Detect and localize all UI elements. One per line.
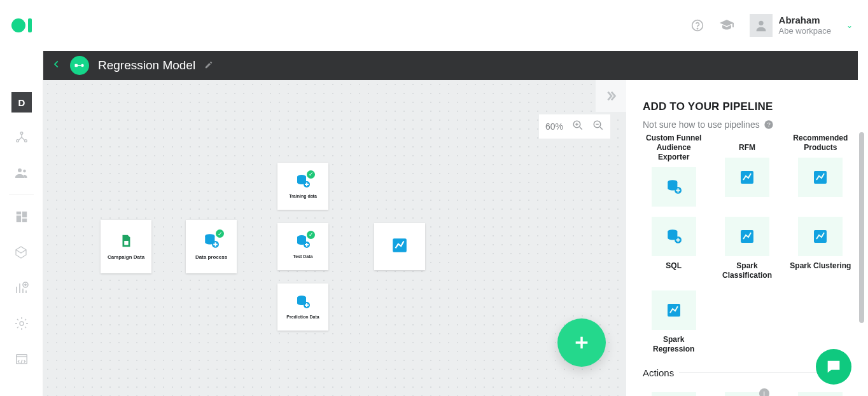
zoom-in-icon[interactable] bbox=[572, 119, 584, 133]
action-tile-facebook[interactable] bbox=[790, 392, 851, 396]
database-plus-icon bbox=[295, 294, 311, 312]
chart-icon bbox=[725, 217, 769, 256]
node-label: Prediction Data bbox=[286, 315, 319, 320]
tile-custom-funnel[interactable]: Custom Funnel Audience Exporter bbox=[643, 133, 704, 207]
rail-nav-7[interactable] bbox=[0, 341, 43, 377]
add-node-fab[interactable] bbox=[557, 318, 606, 367]
status-ok-icon: ✓ bbox=[307, 231, 315, 239]
node-data-process[interactable]: ✓ Data process bbox=[186, 220, 237, 273]
svg-rect-10 bbox=[17, 215, 21, 222]
svg-point-13 bbox=[20, 322, 24, 325]
svg-point-4 bbox=[17, 140, 19, 142]
rail-nav-1[interactable] bbox=[0, 119, 43, 155]
status-ok-icon: ✓ bbox=[216, 229, 224, 238]
tile-label: Custom Funnel Audience Exporter bbox=[643, 133, 704, 162]
tile-spark-classification[interactable]: Spark Classification bbox=[716, 217, 778, 280]
node-label: Training data bbox=[289, 194, 317, 199]
pipeline-icon bbox=[70, 56, 89, 75]
status-ok-icon: ✓ bbox=[307, 170, 315, 179]
tile-rfm[interactable]: RFM bbox=[716, 133, 778, 207]
info-badge-icon: i bbox=[759, 388, 769, 396]
chart-icon bbox=[798, 217, 843, 256]
user-menu[interactable]: Abraham Abe workpace ⌄ bbox=[750, 14, 853, 37]
tile-label: Spark Classification bbox=[716, 261, 778, 280]
node-label: Data process bbox=[195, 254, 227, 260]
node-output-chart[interactable] bbox=[374, 223, 425, 270]
workspace-name: Abe workpace bbox=[779, 26, 831, 36]
tile-label: RFM bbox=[739, 133, 755, 153]
zoom-out-icon[interactable] bbox=[592, 119, 604, 133]
collapse-panel-icon[interactable] bbox=[596, 80, 626, 112]
help-icon: ? bbox=[764, 119, 774, 130]
svg-point-6 bbox=[18, 168, 22, 172]
chat-launcher[interactable] bbox=[816, 349, 851, 385]
zoom-control: 60% bbox=[539, 114, 610, 139]
database-plus-icon: ✓ bbox=[295, 174, 311, 191]
node-training-data[interactable]: ✓ Training data bbox=[277, 163, 328, 210]
tile-label: Spark Clustering bbox=[790, 261, 851, 271]
pipeline-wires bbox=[43, 80, 234, 175]
svg-point-5 bbox=[25, 140, 27, 142]
tile-label: SQL bbox=[666, 261, 682, 271]
zoom-value: 60% bbox=[545, 121, 563, 132]
avatar bbox=[750, 14, 773, 37]
node-label: Test Data bbox=[293, 254, 313, 259]
svg-rect-8 bbox=[17, 212, 21, 215]
tile-recommended-products[interactable]: Recommended Products bbox=[790, 133, 851, 207]
page-title: Regression Model bbox=[98, 58, 195, 72]
svg-rect-9 bbox=[22, 212, 27, 217]
facebook-icon bbox=[798, 392, 843, 396]
database-plus-icon: ✓ bbox=[295, 234, 311, 252]
tile-label: Spark Regression bbox=[643, 335, 704, 354]
chart-icon bbox=[652, 290, 696, 330]
app-logo[interactable] bbox=[11, 18, 32, 32]
chevron-down-icon[interactable]: ⌄ bbox=[846, 21, 853, 30]
svg-point-16 bbox=[81, 64, 84, 67]
node-campaign-data[interactable]: Campaign Data bbox=[101, 220, 151, 273]
tile-spark-regression[interactable]: Spark Regression bbox=[643, 290, 704, 354]
panel-title: ADD TO YOUR PIPELINE bbox=[643, 100, 851, 113]
project-badge[interactable]: D bbox=[11, 92, 32, 113]
panel-scrollbar[interactable] bbox=[859, 132, 864, 323]
left-rail: D bbox=[0, 51, 43, 396]
action-tile-grid[interactable]: i bbox=[716, 392, 778, 396]
node-test-data[interactable]: ✓ Test Data bbox=[277, 223, 328, 270]
rail-nav-6[interactable] bbox=[0, 306, 43, 341]
svg-rect-11 bbox=[22, 219, 27, 222]
svg-point-1 bbox=[697, 28, 697, 29]
title-strip: Regression Model bbox=[43, 51, 858, 80]
node-label: Campaign Data bbox=[108, 254, 144, 260]
database-plus-icon bbox=[652, 167, 696, 207]
svg-text:?: ? bbox=[767, 121, 770, 128]
topbar: Abraham Abe workpace ⌄ bbox=[0, 0, 868, 51]
node-prediction-data[interactable]: Prediction Data bbox=[277, 283, 328, 331]
panel-hint[interactable]: Not sure how to use pipelines ? bbox=[643, 119, 851, 130]
rail-nav-5[interactable] bbox=[0, 270, 43, 306]
svg-rect-30 bbox=[124, 241, 128, 245]
svg-point-2 bbox=[759, 21, 763, 25]
rail-nav-2[interactable] bbox=[0, 155, 43, 191]
svg-point-3 bbox=[20, 132, 23, 135]
chart-icon bbox=[391, 237, 408, 256]
sheet-icon bbox=[119, 233, 133, 252]
tile-spark-clustering[interactable]: Spark Clustering bbox=[790, 217, 851, 280]
rail-nav-4[interactable] bbox=[0, 235, 43, 270]
database-plus-icon: ✓ bbox=[203, 233, 220, 252]
svg-rect-15 bbox=[75, 64, 78, 67]
action-tile-code[interactable] bbox=[643, 392, 704, 396]
pipeline-canvas[interactable]: Campaign Data ✓ Data process ✓ Training … bbox=[43, 80, 868, 396]
database-plus-icon bbox=[652, 217, 696, 256]
section-label: Actions bbox=[643, 367, 674, 378]
code-icon bbox=[652, 392, 696, 396]
panel-hint-text: Not sure how to use pipelines bbox=[643, 119, 760, 130]
graduation-icon[interactable] bbox=[719, 18, 734, 33]
rail-nav-3[interactable] bbox=[0, 199, 43, 235]
user-name: Abraham bbox=[779, 15, 831, 26]
edit-title-icon[interactable] bbox=[204, 60, 213, 71]
tile-sql[interactable]: SQL bbox=[643, 217, 704, 280]
chart-icon bbox=[725, 158, 769, 197]
help-icon[interactable] bbox=[690, 18, 705, 33]
chart-icon bbox=[798, 158, 843, 197]
svg-point-7 bbox=[23, 170, 26, 173]
back-button[interactable] bbox=[52, 57, 61, 74]
